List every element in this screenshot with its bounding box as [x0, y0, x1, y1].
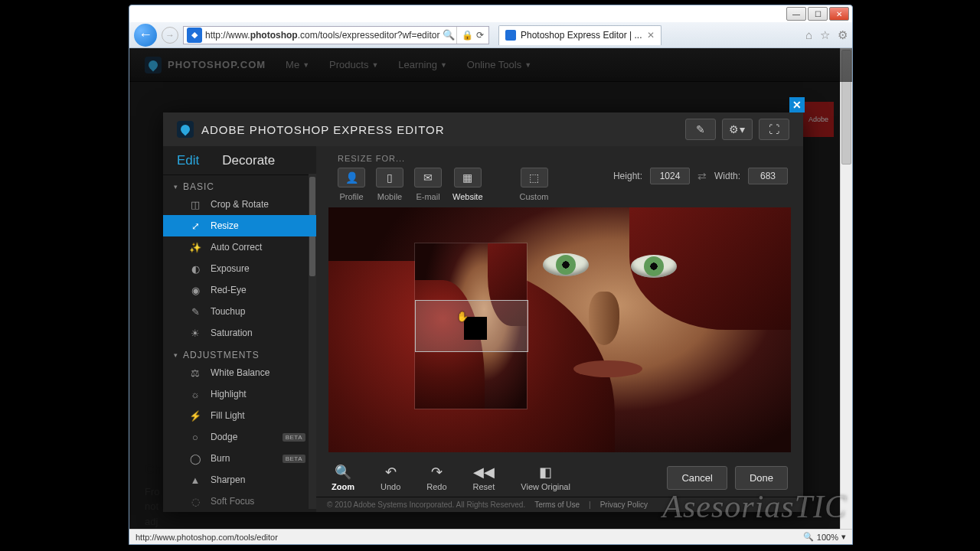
preset-email[interactable]: ✉E-mail	[414, 168, 442, 201]
page-scrollbar[interactable]	[840, 48, 852, 529]
tool-soft-focus[interactable]: ◌Soft Focus	[163, 491, 316, 512]
nav-learning[interactable]: Learning▼	[398, 59, 447, 70]
compare-icon: ◧	[539, 464, 552, 481]
reset-icon: ◀◀	[473, 464, 495, 481]
lock-icon: 🔒	[462, 30, 473, 41]
nav-products[interactable]: Products▼	[329, 59, 378, 70]
refresh-icon[interactable]: ⟳	[476, 30, 484, 41]
height-label: Height:	[613, 171, 642, 181]
saturation-icon: ☀	[189, 327, 201, 339]
tab-edit[interactable]: Edit	[177, 153, 199, 168]
modal-close-button[interactable]: ✕	[789, 97, 805, 112]
highlight-icon: ☼	[189, 388, 201, 400]
modal-footer: © 2010 Adobe Systems Incorporated. All R…	[316, 497, 803, 512]
crop-icon: ◫	[189, 198, 201, 210]
navigator-thumbnail[interactable]: ✋	[414, 243, 528, 409]
header-settings-icon[interactable]: ⚙▾	[722, 119, 753, 140]
eye-icon: ◉	[189, 284, 201, 296]
header-fullscreen-icon[interactable]: ⛶	[759, 119, 789, 140]
done-button[interactable]: Done	[735, 466, 788, 490]
reset-button[interactable]: ◀◀Reset	[473, 464, 495, 491]
privacy-link[interactable]: Privacy Policy	[600, 500, 648, 509]
bottom-toolbar: 🔍Zoom ↶Undo ↷Redo ◀◀Reset ◧View Original…	[316, 458, 803, 497]
brush-icon: ✎	[189, 305, 201, 318]
page-content: PHOTOSHOP.COM Me▼ Products▼ Learning▼ On…	[129, 48, 852, 529]
zoom-tool[interactable]: 🔍Zoom	[332, 464, 354, 491]
url-text: http://www.photoshop.com/tools/expressed…	[205, 30, 441, 41]
search-icon[interactable]: 🔍	[441, 29, 456, 41]
maximize-button[interactable]: ☐	[808, 7, 828, 21]
view-original-button[interactable]: ◧View Original	[521, 464, 570, 491]
browser-tab[interactable]: Photoshop Express Editor | ... ✕	[498, 25, 662, 45]
tool-touchup[interactable]: ✎Touchup	[163, 301, 316, 322]
terms-link[interactable]: Terms of Use	[534, 500, 580, 509]
back-button[interactable]: ←	[134, 24, 157, 47]
address-bar[interactable]: ◆ http://www.photoshop.com/tools/express…	[183, 26, 489, 44]
tab-title: Photoshop Express Editor | ...	[521, 30, 642, 41]
undo-button[interactable]: ↶Undo	[381, 464, 400, 491]
tool-exposure[interactable]: ◐Exposure	[163, 258, 316, 279]
tool-burn[interactable]: ◯BurnBETA	[163, 448, 316, 469]
site-header: PHOTOSHOP.COM Me▼ Products▼ Learning▼ On…	[129, 48, 852, 82]
tool-red-eye[interactable]: ◉Red-Eye	[163, 279, 316, 301]
width-label: Width:	[714, 171, 740, 181]
tool-crop-rotate[interactable]: ◫Crop & Rotate	[163, 194, 316, 215]
tab-close-icon[interactable]: ✕	[647, 30, 655, 41]
preset-custom[interactable]: ⬚Custom	[520, 168, 549, 201]
balance-icon: ⚖	[189, 367, 201, 379]
zoom-icon: 🔍	[803, 532, 814, 542]
canvas[interactable]: ✋	[328, 207, 791, 452]
tool-fill-light[interactable]: ⚡Fill Light	[163, 405, 316, 426]
tool-saturation[interactable]: ☀Saturation	[163, 322, 316, 344]
header-undo-icon[interactable]: ✎	[685, 119, 716, 140]
tools-icon[interactable]: ⚙	[838, 28, 848, 42]
tool-auto-correct[interactable]: ✨Auto Correct	[163, 236, 316, 258]
adobe-badge: Adobe	[803, 102, 834, 137]
tab-favicon	[505, 30, 516, 41]
window-close-button[interactable]: ✕	[829, 7, 849, 21]
height-input[interactable]	[650, 168, 690, 184]
sidebar: Edit Decorate BASIC ◫Crop & Rotate ⤢Resi…	[163, 146, 316, 512]
site-logo[interactable]: PHOTOSHOP.COM	[145, 57, 266, 73]
favorites-icon[interactable]: ☆	[820, 28, 830, 42]
tool-sharpen[interactable]: ▲Sharpen	[163, 469, 316, 491]
zoom-dropdown-icon[interactable]: ▾	[841, 532, 846, 542]
hand-cursor-icon: ✋	[456, 311, 469, 322]
site-favicon: ◆	[187, 28, 202, 43]
minimize-button[interactable]: —	[786, 7, 806, 21]
sharpen-icon: ▲	[189, 474, 201, 486]
tab-decorate[interactable]: Decorate	[222, 153, 275, 168]
preset-profile[interactable]: 👤Profile	[338, 168, 365, 201]
zoom-level: 100%	[817, 533, 838, 542]
swap-dimensions-icon[interactable]: ⇄	[697, 170, 707, 182]
softfocus-icon: ◌	[189, 495, 201, 507]
photoshop-logo-icon	[177, 121, 194, 138]
resize-icon: ⤢	[189, 220, 201, 232]
options-bar: RESIZE FOR... 👤Profile ▯Mobile ✉E-mail ▦…	[316, 146, 803, 204]
redo-button[interactable]: ↷Redo	[426, 464, 446, 491]
exposure-icon: ◐	[189, 262, 201, 275]
section-adjustments[interactable]: ADJUSTMENTS	[163, 344, 316, 362]
modal-header: ADOBE PHOTOSHOP EXPRESS EDITOR ✎ ⚙▾ ⛶	[163, 112, 803, 146]
nav-online-tools[interactable]: Online Tools▼	[467, 59, 531, 70]
burn-icon: ◯	[189, 452, 201, 465]
preset-website[interactable]: ▦Website	[452, 168, 483, 201]
mobile-icon: ▯	[387, 171, 393, 184]
website-icon: ▦	[462, 171, 472, 184]
tool-resize[interactable]: ⤢Resize	[163, 215, 316, 236]
width-input[interactable]	[748, 168, 788, 184]
resize-for-label: RESIZE FOR...	[338, 154, 788, 163]
undo-icon: ↶	[385, 464, 397, 481]
cancel-button[interactable]: Cancel	[667, 466, 727, 490]
tool-dodge[interactable]: ○DodgeBETA	[163, 426, 316, 448]
forward-button[interactable]: →	[162, 27, 178, 44]
preset-mobile[interactable]: ▯Mobile	[376, 168, 403, 201]
section-basic[interactable]: BASIC	[163, 175, 316, 194]
status-bar: http://www.photoshop.com/tools/editor 🔍 …	[129, 529, 852, 544]
home-icon[interactable]: ⌂	[805, 28, 812, 42]
express-editor-modal: ✕ ADOBE PHOTOSHOP EXPRESS EDITOR ✎ ⚙▾ ⛶ …	[163, 112, 803, 512]
tool-highlight[interactable]: ☼Highlight	[163, 383, 316, 405]
bolt-icon: ⚡	[189, 409, 201, 422]
nav-me[interactable]: Me▼	[286, 59, 309, 70]
tool-white-balance[interactable]: ⚖White Balance	[163, 362, 316, 383]
